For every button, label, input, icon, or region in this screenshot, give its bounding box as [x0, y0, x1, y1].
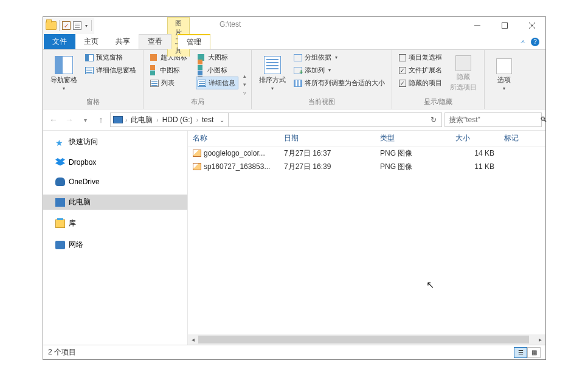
quick-access-toolbar: ✓ ▾ [43, 17, 94, 34]
view-details[interactable]: 详细信息 [196, 77, 238, 89]
hide-selected-button[interactable]: 隐藏 所选项目 [448, 51, 479, 96]
view-medium-icons[interactable]: 中图标 [148, 64, 196, 77]
col-tags[interactable]: 标记 [499, 133, 536, 143]
col-size[interactable]: 大小 [451, 133, 499, 143]
onedrive-icon [55, 178, 65, 186]
status-text: 2 个项目 [48, 347, 76, 357]
qat-properties-icon[interactable]: ✓ [62, 21, 71, 30]
file-extensions-toggle[interactable]: 文件扩展名 [397, 64, 444, 77]
tab-manage[interactable]: 管理 [178, 34, 210, 49]
scroll-left-button[interactable]: ◂ [188, 336, 198, 343]
col-name[interactable]: 名称 [188, 133, 279, 143]
nav-recent-dropdown[interactable]: ▾ [78, 113, 92, 126]
tree-quick-access[interactable]: ★快速访问 [43, 134, 187, 150]
list-icon [150, 80, 159, 87]
tab-share[interactable]: 共享 [107, 34, 139, 49]
hidden-items-toggle[interactable]: 隐藏的项目 [397, 77, 444, 89]
breadcrumb-folder[interactable]: test [199, 116, 216, 124]
options-icon [496, 58, 512, 74]
tree-dropbox[interactable]: Dropbox [43, 156, 187, 169]
star-icon: ★ [55, 138, 65, 147]
scroll-right-button[interactable]: ▸ [535, 336, 545, 343]
breadcrumb-drive[interactable]: HDD (G:) [160, 116, 195, 124]
tree-libraries[interactable]: 库 [43, 216, 187, 231]
refresh-button[interactable]: ↻ [427, 116, 440, 124]
layout-expand[interactable]: ▿ [243, 90, 246, 96]
help-icon[interactable]: ? [531, 38, 539, 46]
address-bar-row: ← → ▾ ↑ › 此电脑 › HDD (G:) › test ⌄ ↻ 🔍︎ [43, 109, 545, 130]
tab-home[interactable]: 主页 [75, 34, 107, 49]
view-mode-icons-button[interactable]: ▦ [527, 347, 541, 358]
nav-up-button[interactable]: ↑ [94, 113, 108, 126]
view-mode-details-button[interactable]: ☰ [514, 347, 527, 358]
breadcrumb-root[interactable]: 此电脑 [128, 115, 155, 125]
horizontal-scrollbar[interactable]: ◂ ▸ [188, 334, 545, 345]
group-by-button[interactable]: 分组依据▾ [292, 51, 387, 64]
preview-pane-button[interactable]: 预览窗格 [83, 51, 138, 64]
view-small-icons[interactable]: 小图标 [196, 64, 238, 77]
chevron-right-icon[interactable]: › [156, 117, 158, 123]
details-icon [198, 80, 206, 87]
group-panes-label: 窗格 [48, 96, 138, 108]
tab-view[interactable]: 查看 [139, 34, 171, 49]
layout-scroll-up[interactable]: ▴ [243, 73, 246, 79]
scroll-track[interactable] [198, 334, 535, 345]
layout-scroll-down[interactable]: ▾ [243, 81, 246, 88]
navigation-pane-button[interactable]: 导航窗格 ▾ [48, 51, 80, 96]
pc-icon [55, 198, 65, 207]
nav-back-button[interactable]: ← [47, 113, 60, 126]
image-file-icon [193, 163, 201, 170]
tree-onedrive[interactable]: OneDrive [43, 175, 187, 188]
tree-network[interactable]: 网络 [43, 237, 187, 252]
scroll-thumb[interactable] [198, 336, 529, 343]
group-options: 选项 ▾ [485, 50, 524, 109]
nav-forward-button[interactable]: → [63, 113, 76, 126]
details-pane-button[interactable]: 详细信息窗格 [83, 64, 138, 77]
pc-icon [113, 116, 123, 123]
separator [59, 20, 60, 31]
qat-new-folder-icon[interactable] [73, 21, 81, 30]
chevron-right-icon[interactable]: › [125, 117, 127, 123]
group-show-hide: 项目复选框 文件扩展名 隐藏的项目 隐藏 所选项目 显示/隐藏 [392, 50, 485, 109]
search-input[interactable] [449, 116, 540, 124]
search-box[interactable]: 🔍︎ [444, 112, 542, 127]
file-row[interactable]: googlelogo_color... 7月27日 16:37 PNG 图像 1… [188, 147, 545, 160]
add-columns-icon [294, 67, 302, 74]
collapse-ribbon-icon[interactable]: ㅅ [520, 38, 526, 46]
preview-pane-icon [85, 54, 94, 61]
add-columns-button[interactable]: 添加列▾ [292, 64, 387, 77]
main-area: ★快速访问 Dropbox OneDrive 此电脑 库 网络 名称 日期 类型… [43, 130, 545, 345]
sort-by-label: 排序方式 [259, 75, 286, 85]
sort-icon [264, 56, 281, 74]
tree-this-pc[interactable]: 此电脑 [43, 195, 187, 210]
size-columns-icon [294, 80, 302, 87]
address-history-dropdown[interactable]: ⌄ [217, 117, 227, 123]
item-checkboxes-toggle[interactable]: 项目复选框 [397, 51, 444, 64]
extra-large-icon [150, 54, 157, 61]
sort-by-button[interactable]: 排序方式 ▾ [257, 51, 288, 96]
dropbox-icon [55, 158, 65, 167]
chevron-right-icon[interactable]: › [196, 117, 198, 123]
search-icon[interactable]: 🔍︎ [540, 116, 547, 124]
close-button[interactable] [518, 17, 545, 34]
folder-icon [46, 21, 57, 30]
size-all-columns-button[interactable]: 将所有列调整为合适的大小 [292, 77, 387, 89]
file-list-area: 名称 日期 类型 大小 标记 googlelogo_color... 7月27日… [188, 131, 545, 345]
view-list[interactable]: 列表 [148, 77, 196, 89]
checkbox-icon [399, 80, 406, 87]
address-bar[interactable]: › 此电脑 › HDD (G:) › test ⌄ ↻ [110, 112, 442, 127]
qat-customize-dropdown[interactable]: ▾ [84, 23, 89, 29]
tab-file[interactable]: 文件 [44, 34, 75, 49]
preview-pane-label: 预览窗格 [96, 53, 123, 62]
file-row[interactable]: sp160727_163853... 7月27日 16:39 PNG 图像 11… [188, 160, 545, 173]
maximize-button[interactable] [491, 17, 518, 34]
separator [91, 20, 92, 31]
col-type[interactable]: 类型 [375, 133, 451, 143]
column-headers: 名称 日期 类型 大小 标记 [188, 131, 545, 147]
checkbox-icon [399, 67, 406, 74]
col-date[interactable]: 日期 [279, 133, 375, 143]
medium-icon [150, 65, 157, 75]
network-icon [55, 241, 65, 249]
minimize-button[interactable] [463, 17, 491, 34]
options-button[interactable]: 选项 ▾ [489, 51, 519, 98]
